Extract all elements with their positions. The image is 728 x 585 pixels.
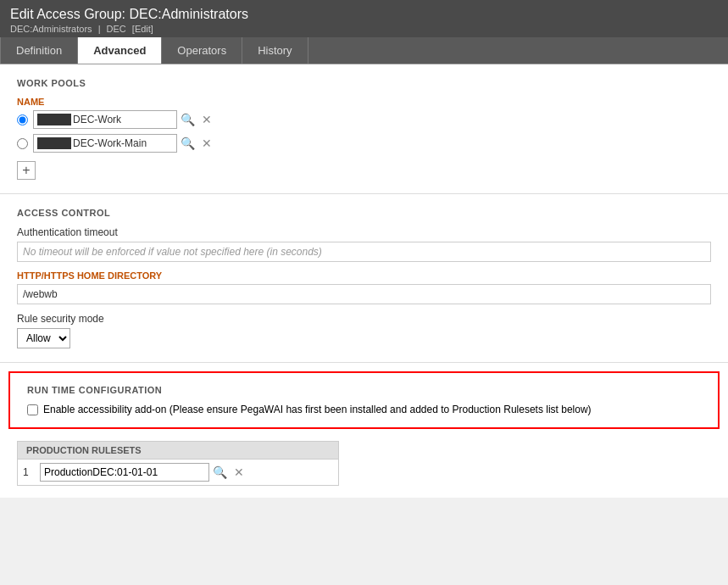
search-icon-2: 🔍 [181, 136, 195, 150]
page-title: Edit Access Group: DEC:Administrators [10, 7, 718, 22]
breadcrumb-part2: DEC [107, 24, 126, 34]
work-pool-input-1[interactable]: DEC-Work [33, 110, 177, 129]
redacted-block-2 [37, 137, 71, 149]
tab-definition[interactable]: Definition [0, 37, 78, 64]
name-label: NAME [17, 97, 711, 107]
accessibility-addon-checkbox[interactable] [27, 404, 38, 415]
work-pools-section: WORK POOLS NAME DEC-Work 🔍 ✕ DEC-Work-Ma… [0, 64, 728, 194]
rule-security-select[interactable]: Allow Deny [17, 328, 70, 348]
ruleset-search-icon-1: 🔍 [213, 465, 227, 479]
work-pool-name-2: DEC-Work-Main [73, 137, 147, 149]
breadcrumb: DEC:Administrators | DEC [Edit] [10, 24, 718, 34]
add-work-pool-button[interactable]: + [17, 161, 36, 180]
clear-icon-1: ✕ [202, 113, 212, 126]
work-pool-row-1: DEC-Work 🔍 ✕ [17, 110, 711, 129]
work-pools-title: WORK POOLS [17, 78, 711, 88]
tab-advanced[interactable]: Advanced [78, 37, 162, 64]
runtime-config-section: RUN TIME CONFIGURATION Enable accessibil… [8, 371, 720, 429]
ruleset-clear-icon-1: ✕ [234, 465, 244, 479]
tab-history[interactable]: History [242, 37, 308, 64]
runtime-config-title: RUN TIME CONFIGURATION [27, 385, 701, 395]
http-dir-input[interactable] [17, 284, 711, 304]
redacted-block-1 [37, 114, 71, 125]
ruleset-input-1[interactable]: ProductionDEC:01-01-01 [40, 463, 209, 482]
title-bar: Edit Access Group: DEC:Administrators DE… [0, 0, 728, 37]
breadcrumb-sep1: | [98, 24, 101, 34]
accessibility-addon-row: Enable accessibility add-on (Please ensu… [27, 404, 701, 415]
ruleset-clear-button-1[interactable]: ✕ [231, 464, 247, 481]
work-pool-input-2[interactable]: DEC-Work-Main [33, 134, 177, 153]
ruleset-row-1: 1 ProductionDEC:01-01-01 🔍 ✕ [18, 460, 338, 485]
breadcrumb-part1: DEC:Administrators [10, 24, 92, 34]
search-icon-1: 🔍 [181, 113, 195, 126]
work-pool-name-1: DEC-Work [73, 114, 121, 125]
auth-timeout-label: Authentication timeout [17, 226, 711, 238]
search-button-1[interactable]: 🔍 [177, 111, 198, 128]
clear-icon-2: ✕ [202, 136, 212, 150]
work-pool-row-2: DEC-Work-Main 🔍 ✕ [17, 134, 711, 153]
auth-timeout-input[interactable] [17, 242, 711, 262]
work-pool-radio-2[interactable] [17, 138, 28, 149]
production-rulesets-section: PRODUCTION RULESETS 1 ProductionDEC:01-0… [0, 429, 728, 498]
main-content: WORK POOLS NAME DEC-Work 🔍 ✕ DEC-Work-Ma… [0, 64, 728, 498]
add-icon: + [22, 163, 30, 178]
rulesets-header: PRODUCTION RULESETS [18, 442, 338, 460]
ruleset-search-button-1[interactable]: 🔍 [209, 464, 231, 481]
work-pool-radio-1[interactable] [17, 114, 28, 125]
http-dir-label: HTTP/HTTPS home directory [17, 270, 711, 281]
clear-button-1[interactable]: ✕ [198, 111, 215, 128]
ruleset-row-num-1: 1 [23, 466, 40, 478]
rule-security-label: Rule security mode [17, 313, 711, 325]
access-control-section: ACCESS CONTROL Authentication timeout HT… [0, 194, 728, 363]
search-button-2[interactable]: 🔍 [177, 135, 198, 152]
breadcrumb-part3: [Edit] [132, 24, 153, 34]
access-control-title: ACCESS CONTROL [17, 208, 711, 218]
clear-button-2[interactable]: ✕ [198, 135, 215, 152]
rulesets-table: PRODUCTION RULESETS 1 ProductionDEC:01-0… [17, 441, 339, 486]
tab-bar: Definition Advanced Operators History [0, 37, 728, 64]
accessibility-addon-label: Enable accessibility add-on (Please ensu… [43, 404, 592, 415]
ruleset-name-1: ProductionDEC:01-01-01 [44, 466, 158, 478]
tab-operators[interactable]: Operators [162, 37, 242, 64]
